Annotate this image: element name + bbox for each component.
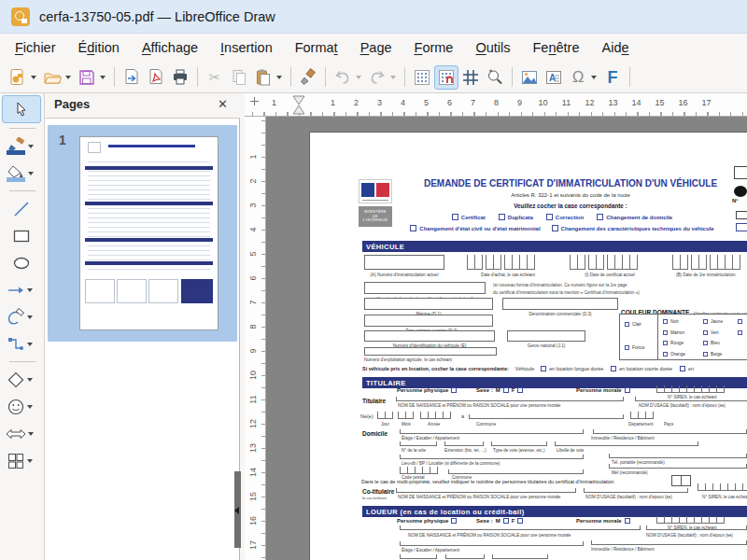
menu-item[interactable]: Insertion	[209, 36, 284, 59]
cut-icon[interactable]: ✂	[203, 65, 227, 90]
pages-panel-header: Pages ✕	[45, 93, 241, 118]
special-character-icon[interactable]: Ω	[566, 65, 590, 90]
new-document-icon[interactable]	[6, 65, 30, 90]
field-label: (B) Date de 1re immatriculation	[676, 273, 736, 277]
menu-item[interactable]: Format	[284, 36, 349, 59]
checkbox	[625, 345, 629, 350]
drawing-canvas[interactable]: MINISTÈRE DE L'INTÉRIEUR DEMANDE DE CERT…	[266, 117, 747, 560]
dropdown-arrow-icon[interactable]	[27, 343, 33, 346]
insert-image-icon[interactable]	[517, 65, 542, 90]
block-arrows-tool[interactable]	[2, 421, 41, 446]
curves-polygons-tool[interactable]	[2, 304, 41, 329]
checkbox	[541, 366, 546, 371]
insert-line-tool[interactable]	[2, 196, 41, 221]
dropdown-arrow-icon[interactable]	[28, 432, 34, 436]
clone-formatting-icon[interactable]	[296, 65, 320, 90]
ne-label: Né(e)	[360, 413, 374, 419]
insert-textbox-icon[interactable]: A	[542, 65, 566, 90]
dropdown-arrow-icon[interactable]	[65, 76, 71, 79]
line-color-tool[interactable]	[2, 133, 41, 159]
multi-propriete-label: Dans le cas de multi-propriété, veuillez…	[361, 479, 614, 484]
field-label: Département	[628, 422, 654, 427]
page-thumbnail-selection[interactable]: 1	[48, 125, 237, 342]
field-date-certificat	[570, 255, 638, 270]
lines-and-arrows-tool[interactable]	[2, 277, 41, 302]
horizontal-ruler[interactable]: 1 1234567891011121314151617	[245, 93, 747, 117]
export-icon[interactable]	[120, 65, 144, 90]
menu-item[interactable]: Fenêtre	[522, 36, 591, 59]
dropdown-arrow-icon[interactable]	[591, 76, 597, 79]
dropdown-arrow-icon[interactable]	[27, 459, 33, 463]
copy-icon[interactable]	[227, 65, 251, 90]
display-grid-icon[interactable]	[410, 65, 434, 90]
field-type	[364, 315, 493, 327]
fontwork-icon[interactable]: F	[600, 65, 625, 90]
field-line	[400, 429, 584, 434]
multi-propriete-boxes	[672, 475, 691, 486]
open-icon[interactable]	[40, 65, 64, 90]
symbol-shapes-tool[interactable]	[2, 394, 41, 419]
page-thumbnail[interactable]	[79, 136, 218, 330]
n-label: N°	[732, 198, 739, 203]
field-jour	[377, 412, 393, 419]
field-label: N° de la voie	[402, 448, 426, 453]
dropdown-arrow-icon[interactable]	[31, 76, 36, 79]
ellipse-tool[interactable]	[2, 250, 41, 275]
field-note: (si nouveau format d'immatriculation. Ce…	[493, 283, 627, 287]
close-icon[interactable]: ✕	[218, 97, 228, 111]
dropdown-arrow-icon[interactable]	[356, 76, 361, 79]
menu-item[interactable]: Outils	[464, 36, 521, 59]
checkbox	[499, 214, 505, 220]
dropdown-arrow-icon[interactable]	[27, 315, 33, 319]
fill-color-tool[interactable]	[2, 161, 41, 186]
dropdown-arrow-icon[interactable]	[390, 76, 396, 79]
co-titulaire-label: Co-titulaire	[362, 488, 394, 495]
dropdown-arrow-icon[interactable]	[28, 145, 34, 148]
checkbox	[517, 387, 523, 393]
dropdown-arrow-icon[interactable]	[100, 76, 106, 79]
menu-item[interactable]: Forme	[403, 36, 465, 59]
rectangle-tool[interactable]	[2, 223, 41, 248]
snap-guides-icon[interactable]	[458, 65, 483, 90]
field-label: NOM D'USAGE (facultatif) : nom d'époux (…	[585, 495, 672, 499]
dropdown-arrow-icon[interactable]	[27, 405, 33, 409]
dropdown-arrow-icon[interactable]	[276, 76, 282, 79]
menu-item[interactable]: Page	[349, 36, 403, 59]
personne-morale: Personne morale	[576, 387, 630, 393]
flowchart-tool[interactable]	[2, 448, 41, 473]
snap-to-grid-icon[interactable]	[434, 65, 458, 90]
menu-item[interactable]: Fichier	[4, 36, 67, 59]
basic-shapes-tool[interactable]	[2, 367, 41, 392]
location-row: Si véhicule pris en location, cocher la …	[362, 366, 694, 371]
redo-icon[interactable]	[365, 65, 389, 90]
select-tool[interactable]	[2, 95, 41, 123]
tool-divider	[9, 361, 35, 362]
menu-item[interactable]: Aide	[591, 36, 641, 59]
dropdown-arrow-icon[interactable]	[27, 288, 33, 292]
undo-icon[interactable]	[331, 65, 355, 90]
field-line	[492, 554, 548, 559]
checkbox	[625, 322, 629, 327]
dropdown-arrow-icon[interactable]	[27, 378, 33, 382]
export-pdf-icon[interactable]	[144, 65, 168, 90]
zoom-icon[interactable]	[483, 65, 507, 90]
field-line	[444, 441, 484, 446]
thumb-sign-box	[148, 279, 178, 303]
save-icon[interactable]	[75, 65, 99, 90]
document-page[interactable]: MINISTÈRE DE L'INTÉRIEUR DEMANDE DE CERT…	[310, 133, 747, 560]
connectors-tool[interactable]	[2, 331, 41, 357]
menu-item[interactable]: Affichage	[131, 36, 209, 59]
title-bar[interactable]: cerfa-13750-05.pdf — LibreOffice Draw	[0, 0, 747, 34]
panel-splitter[interactable]	[234, 471, 241, 548]
field-label: N° SIREN, le cas échéant	[702, 495, 747, 499]
paste-icon[interactable]	[251, 65, 275, 90]
margin-marker-icon[interactable]	[292, 95, 305, 115]
form-checkbox-item: Changement de domicile	[597, 214, 672, 220]
menu-item[interactable]: Édition	[67, 36, 131, 59]
print-icon[interactable]	[168, 65, 192, 90]
clipped-mark	[734, 186, 747, 197]
vertical-ruler[interactable]: 1234567891011121314151617	[245, 117, 266, 560]
standard-toolbar: ✂	[0, 62, 747, 93]
field-label: NOM D'USAGE (facultatif) : nom d'époux (…	[639, 403, 726, 408]
dropdown-arrow-icon[interactable]	[28, 172, 34, 175]
